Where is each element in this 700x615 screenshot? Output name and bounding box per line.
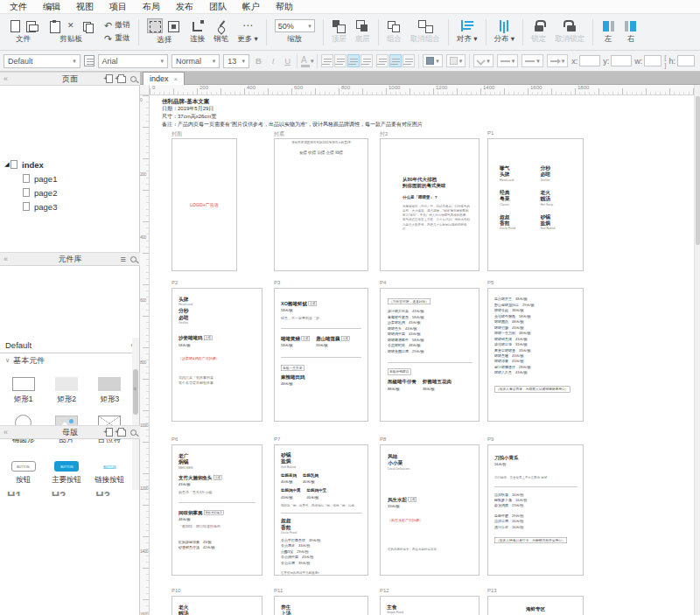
menu-item-编辑[interactable]: 编辑	[35, 0, 68, 14]
page-tree-item-index[interactable]: ◢index	[0, 157, 139, 171]
h-input[interactable]	[677, 55, 695, 66]
clipboard-button[interactable]: 剪贴板	[43, 16, 99, 49]
arrow-style-dropdown[interactable]: ▾	[547, 54, 569, 67]
widget-rect3[interactable]: 矩形3	[88, 367, 131, 408]
undo-button[interactable]: ↶撤销	[104, 20, 130, 31]
send-back-button[interactable]: 底层	[351, 16, 374, 49]
artboard-P3[interactable]: XO酱啫鲜鱿主推58元/例鱿鱼，不一定要刺身「炒」啫啫黄鳝主推58元/例唐山啫莲…	[274, 288, 368, 422]
widget-button-primary[interactable]: BUTTON主要按钮	[45, 448, 88, 488]
menu-item-项目[interactable]: 项目	[102, 0, 135, 14]
align-bottom-button[interactable]	[402, 54, 415, 67]
menu-item-视图[interactable]: 视图	[68, 0, 102, 14]
unlock-button[interactable]: 取消锁定	[550, 16, 589, 49]
font-style-select[interactable]: Normal▾	[172, 54, 220, 68]
menu-item-发布[interactable]: 发布	[168, 0, 201, 14]
w-input[interactable]	[644, 55, 662, 66]
artboard-封面[interactable]: LOGO+广告语	[172, 138, 237, 271]
text-color-button[interactable]: A▾	[301, 55, 314, 67]
tab-index[interactable]: index×	[143, 72, 185, 85]
library-section-header[interactable]: ∨基本元件	[0, 353, 139, 367]
library-scrollbar-thumb[interactable]	[133, 369, 138, 415]
canvas-scrollbar[interactable]	[694, 85, 700, 615]
align-button[interactable]: 对齐 ▾	[452, 16, 482, 49]
artboard-P2[interactable]: 头牌Head card分秒必啱GeiGei沙姜啫啫鸡主推58元/例（沙姜啫&鸡肉…	[172, 288, 262, 422]
group-button[interactable]: 组合	[382, 16, 406, 49]
widget-rect2[interactable]: 矩形2	[45, 367, 88, 408]
artboard-P5[interactable]: 盐煎啫芥兰 38元/例野山椒啫茄拍豆 29元/例啫啫香菇 38元/例茶油啫牛脷角…	[487, 288, 584, 422]
artboard-P11[interactable]: 养生上汤Nutrition Soup	[274, 596, 368, 615]
align-left-button[interactable]	[321, 54, 333, 67]
line-width-dropdown[interactable]: ▾	[497, 54, 519, 67]
align-middle-button[interactable]	[389, 54, 402, 67]
font-family-select[interactable]: Arial▾	[98, 54, 168, 68]
menu-item-文件[interactable]: 文件	[2, 0, 35, 14]
search-masters-icon[interactable]	[130, 430, 136, 436]
artboard-封2[interactable]: 从80年代大排档到你面前的粤式美味什么是「喂喂煲」？光是啫啫煲（煲仔）中，就记录…	[380, 138, 480, 271]
align-justify-button[interactable]	[360, 54, 373, 67]
manage-styles-icon[interactable]	[84, 55, 94, 66]
library-dropdown[interactable]: Default▾	[0, 338, 139, 353]
underline-button[interactable]: U	[282, 54, 293, 68]
style-preset-select[interactable]: Default▾	[4, 54, 80, 68]
widget-rect1[interactable]: 矩形1	[2, 367, 45, 408]
menu-item-团队[interactable]: 团队	[201, 0, 234, 14]
page-tree-item-page1[interactable]: page1	[0, 171, 139, 185]
add-page-icon[interactable]	[106, 74, 113, 83]
search-library-icon[interactable]	[130, 256, 136, 262]
add-master-icon[interactable]	[106, 428, 113, 437]
bold-button[interactable]: B	[253, 54, 264, 68]
menu-item-帐户[interactable]: 帐户	[234, 0, 268, 14]
pick-iconbox[interactable]	[165, 18, 181, 33]
align-right-button[interactable]	[347, 54, 360, 67]
close-tab-icon[interactable]: ×	[174, 75, 178, 83]
widget-button[interactable]: BUTTON按钮	[2, 448, 45, 488]
widget-heading-H1[interactable]: H1	[7, 489, 22, 496]
widget-button-link[interactable]: BUTTON链接按钮	[88, 448, 131, 488]
y-input[interactable]	[611, 55, 632, 66]
line-style-dropdown[interactable]: ▾	[522, 54, 543, 67]
select-mode-button[interactable]: 选择	[143, 16, 186, 49]
artboard-P9[interactable]: 刀拍小青瓜16元/份我们坚信，美食世界上不存在配角 解腻凉拌秋葵 16元/份秘制…	[487, 444, 584, 576]
align-top-button[interactable]	[376, 54, 388, 67]
bring-front-button[interactable]: 顶层	[327, 16, 351, 49]
artboard-封底[interactable]: 食得 饮得 识得 企得 稳得深圳市罗湖区深南东路2011号深南万科里2F	[274, 138, 368, 271]
artboard-P4[interactable]: （万般皆可啫，道道好味）豉汁啫大白菜 43元/例蓝莓啫牛窝蛋 58元/例沙姜啫乳…	[380, 288, 480, 422]
connect-button[interactable]: 连接	[186, 16, 209, 49]
widget-heading-H2[interactable]: H2	[52, 489, 66, 496]
library-scrollbar[interactable]	[132, 338, 139, 490]
fill-color-dropdown[interactable]: ▾	[423, 54, 443, 67]
lock-button[interactable]: 锁定	[527, 16, 550, 49]
widget-heading-H3[interactable]: H3	[95, 489, 110, 496]
redo-button[interactable]: ↷重做	[104, 33, 130, 44]
add-folder-icon[interactable]	[117, 76, 126, 83]
artboard-P10[interactable]: 老火靓汤Hot Soup	[172, 596, 262, 615]
artboard-P7[interactable]: 砂锅盐焗Salt Baked盐焗葱鸡40元/例盐焗乳鸽40元/例盐焗鸡中翼43元…	[274, 444, 368, 576]
link-wh-icon[interactable]: [ ]	[664, 53, 666, 69]
distribute-button[interactable]: 分布 ▾	[490, 16, 520, 49]
search-pages-icon[interactable]	[130, 76, 136, 82]
artboard-P8[interactable]: 风味小小菜Local Delicacies风生水起主推33元/例（风生水起产品拍…	[380, 444, 480, 576]
menu-item-布局[interactable]: 布局	[135, 0, 168, 14]
artboard-P1[interactable]: 嗲气头牌Head card分秒必啱GeiGei经典粤菜Classic老火靓汤Ho…	[487, 138, 584, 271]
file-button[interactable]: 文件	[4, 16, 43, 49]
align-center-button[interactable]	[334, 54, 346, 67]
ungroup-button[interactable]: 取消组合	[406, 16, 444, 49]
zoom-select[interactable]: 50%▾	[275, 19, 315, 32]
artboard-P13[interactable]: 海鲜专区	[487, 596, 584, 615]
collapse-pages-icon[interactable]: «	[4, 74, 8, 83]
opacity-dropdown[interactable]: ▾	[446, 54, 466, 67]
more-button[interactable]: ⋯更多 ▾	[233, 16, 262, 49]
font-size-select[interactable]: 13▾	[223, 54, 249, 68]
x-input[interactable]	[579, 55, 600, 66]
add-master-folder-icon[interactable]	[117, 430, 126, 437]
page-tree-item-page2[interactable]: page2	[0, 185, 139, 199]
artboard-P6[interactable]: 老广焖锅MEN MEN支竹火腩焖鱼头主推43元/例焖鱼话「鱼头3斤小锅」回味焖掌…	[172, 444, 262, 576]
page-tree-item-page3[interactable]: page3	[0, 199, 139, 213]
canvas-scrollbar-thumb[interactable]	[696, 96, 700, 245]
align-right-button[interactable]: 右	[620, 16, 642, 49]
pen-button[interactable]: 钢笔	[209, 16, 233, 49]
design-canvas[interactable]: 佳利品牌-基本文案日期：2019年5月29日尺寸：37cm高x26cm宽备注：产…	[150, 95, 700, 615]
marquee-iconbox[interactable]	[147, 18, 163, 33]
align-left-button[interactable]: 左	[597, 16, 620, 49]
line-color-dropdown[interactable]: ▾	[473, 54, 494, 67]
